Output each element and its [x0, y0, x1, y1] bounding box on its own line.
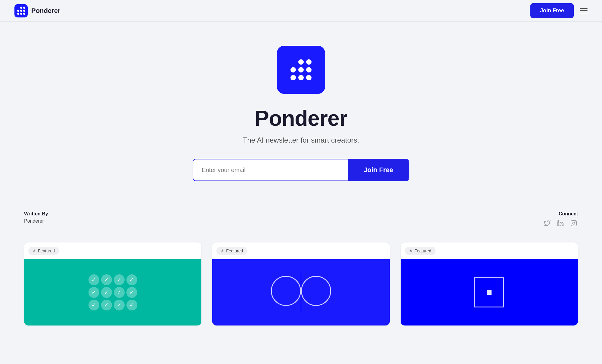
circle-left	[271, 276, 301, 306]
card-image-1: ✓ ✓ ✓ ✓ ✓ ✓ ✓ ✓ ✓ ✓ ✓ ✓	[24, 259, 201, 325]
hero-subtitle: The AI newsletter for smart creators.	[243, 136, 359, 144]
logo-icon	[14, 4, 28, 17]
hamburger-menu-button[interactable]	[580, 8, 588, 14]
hero-dot	[290, 59, 296, 65]
check-7: ✓	[114, 287, 125, 298]
two-circles-container	[271, 273, 331, 312]
check-9: ✓	[88, 300, 99, 310]
logo-dot	[17, 7, 19, 9]
check-11: ✓	[114, 300, 125, 310]
featured-label-1: Featured	[38, 248, 55, 253]
hero-dot	[306, 75, 312, 80]
hero-dot	[298, 67, 304, 72]
check-12: ✓	[126, 300, 137, 310]
navbar: Ponderer Join Free	[0, 0, 602, 22]
featured-label-3: Featured	[414, 248, 431, 253]
hero-dot	[298, 75, 304, 80]
svg-rect-0	[558, 222, 559, 226]
hero-title: Ponderer	[255, 106, 347, 131]
hero-section: Ponderer The AI newsletter for smart cre…	[0, 22, 602, 199]
hamburger-line	[580, 10, 588, 11]
logo-dot	[23, 10, 25, 12]
hero-dot	[290, 75, 296, 80]
featured-card-3[interactable]: ✳ Featured	[401, 242, 578, 325]
featured-badge-2: ✳ Featured	[212, 242, 389, 259]
logo-dot	[23, 7, 25, 9]
svg-point-1	[558, 221, 559, 222]
featured-card-1[interactable]: ✳ Featured ✓ ✓ ✓ ✓ ✓ ✓ ✓ ✓ ✓ ✓ ✓ ✓	[24, 242, 201, 325]
check-3: ✓	[114, 274, 125, 285]
check-6: ✓	[101, 287, 112, 298]
join-free-nav-button[interactable]: Join Free	[530, 3, 574, 18]
written-by-label: Written By	[24, 211, 48, 217]
check-1: ✓	[88, 274, 99, 285]
cards-section: ✳ Featured ✓ ✓ ✓ ✓ ✓ ✓ ✓ ✓ ✓ ✓ ✓ ✓	[0, 236, 602, 338]
card-image-2	[212, 259, 389, 325]
featured-label-2: Featured	[226, 248, 243, 253]
check-2: ✓	[101, 274, 112, 285]
twitter-icon[interactable]	[543, 219, 551, 227]
author-name: Ponderer	[24, 218, 48, 224]
featured-star-icon-1: ✳	[33, 248, 36, 253]
navbar-left: Ponderer	[14, 4, 61, 17]
hero-logo-dots	[290, 59, 312, 80]
logo-dot	[20, 13, 22, 15]
logo-dot	[17, 13, 19, 15]
svg-rect-2	[571, 221, 576, 226]
logo-dot	[20, 10, 22, 12]
connect-block: Connect	[543, 211, 578, 227]
square-container	[474, 277, 504, 307]
author-connect-section: Written By Ponderer Connect	[0, 199, 602, 236]
inner-dot	[487, 290, 492, 295]
check-5: ✓	[88, 287, 99, 298]
hero-dot	[290, 67, 296, 72]
featured-badge-3: ✳ Featured	[401, 242, 578, 259]
logo-dots	[17, 7, 25, 15]
check-10: ✓	[101, 300, 112, 310]
logo-dot	[23, 13, 25, 15]
social-icons	[543, 219, 578, 227]
outer-square	[474, 277, 504, 307]
written-by-block: Written By Ponderer	[24, 211, 48, 224]
logo-dot	[17, 10, 19, 12]
brand-name: Ponderer	[31, 7, 61, 15]
linkedin-icon[interactable]	[556, 219, 565, 227]
check-4: ✓	[126, 274, 137, 285]
check-8: ✓	[126, 287, 137, 298]
logo-dot	[20, 7, 22, 9]
card-image-3	[401, 259, 578, 325]
hero-logo	[277, 46, 325, 94]
hero-dot	[306, 67, 312, 72]
instagram-icon[interactable]	[569, 219, 578, 227]
hamburger-line	[580, 8, 588, 9]
navbar-right: Join Free	[530, 3, 588, 18]
join-free-hero-button[interactable]: Join Free	[348, 159, 409, 180]
email-form: Join Free	[193, 159, 409, 181]
connect-label: Connect	[543, 211, 578, 217]
featured-star-icon-2: ✳	[221, 248, 224, 253]
featured-badge-1: ✳ Featured	[24, 242, 201, 259]
featured-star-icon-3: ✳	[409, 248, 413, 253]
hero-dot	[306, 59, 312, 65]
featured-card-2[interactable]: ✳ Featured	[212, 242, 389, 325]
checkmark-grid: ✓ ✓ ✓ ✓ ✓ ✓ ✓ ✓ ✓ ✓ ✓ ✓	[88, 274, 137, 310]
hamburger-line	[580, 13, 588, 14]
circle-right	[301, 276, 331, 306]
hero-dot	[298, 59, 304, 65]
email-input[interactable]	[193, 159, 348, 180]
